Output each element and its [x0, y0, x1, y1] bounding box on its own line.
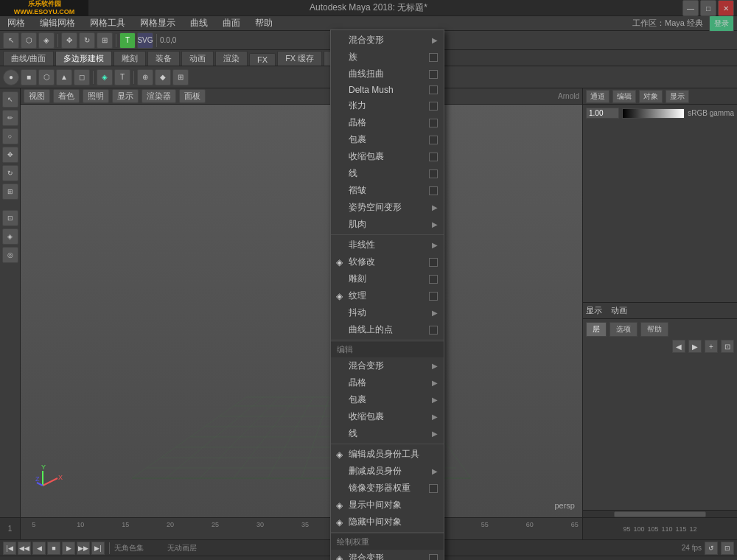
play-fwd-skip[interactable]: ▶▶ [77, 542, 90, 555]
tb-paint[interactable]: ◈ [38, 32, 55, 49]
tb2-cube[interactable]: ■ [21, 69, 37, 85]
timeline-ruler[interactable]: 5 10 15 20 25 30 35 40 45 50 55 60 65 [21, 518, 582, 539]
side-mag[interactable]: ◈ [2, 228, 18, 245]
maximize-button[interactable]: □ [700, 0, 716, 16]
ctx-texture[interactable]: ◈ 纹理 [331, 287, 444, 304]
panel-next[interactable]: ▶ [688, 340, 702, 353]
minimize-button[interactable]: — [682, 0, 699, 16]
ctx-wrinkle[interactable]: 褶皱 [331, 182, 444, 199]
side-rotate[interactable]: ↻ [2, 165, 18, 181]
panel-add[interactable]: + [705, 340, 718, 353]
tb2-sphere[interactable]: ● [3, 69, 19, 85]
viewport-canvas[interactable]: X Y Z persp [21, 105, 582, 517]
ctx-wire[interactable]: 线 [331, 165, 444, 182]
ctx-edit-wrap[interactable]: 包裹 ▶ [331, 391, 444, 408]
vp-lighting[interactable]: 照明 [83, 89, 109, 103]
scrollbar-thumb[interactable] [614, 511, 706, 517]
play-fwd[interactable]: ▶ [62, 542, 75, 555]
vp-panels[interactable]: 面板 [179, 89, 206, 103]
tb-lasso[interactable]: ⬡ [21, 32, 37, 49]
tab-render[interactable]: 渲染 [215, 51, 248, 66]
tab-animate[interactable]: 动画 [181, 51, 214, 66]
ctx-lattice-group[interactable]: 族 [331, 49, 444, 66]
viewport[interactable]: 视图 着色 照明 显示 渲染器 面板 Arnold [21, 88, 582, 517]
ctx-shrink-wrap[interactable]: 收缩包裹 [331, 148, 444, 165]
ctx-remove-membership[interactable]: 删减成员身份 ▶ [331, 463, 444, 480]
ctx-hide-intermediate[interactable]: ◈ 隐藏中间对象 [331, 514, 444, 531]
tb-rotate[interactable]: ↻ [79, 32, 95, 49]
edit-btn[interactable]: 编辑 [612, 90, 636, 103]
side-scale[interactable]: ⊞ [2, 183, 18, 200]
tb2-cyl[interactable]: ⬡ [38, 69, 55, 85]
tb-svg[interactable]: SVG [137, 32, 153, 49]
menu-edit-mesh[interactable]: 编辑网格 [35, 17, 80, 29]
tb2-cone[interactable]: ▲ [56, 69, 72, 85]
tb-move[interactable]: ✥ [61, 32, 77, 49]
play-back-skip[interactable]: ◀◀ [18, 542, 31, 555]
ctx-edit-wire[interactable]: 线 ▶ [331, 425, 444, 442]
ctx-paint-blend[interactable]: ◈ 混合变形 [331, 550, 444, 560]
vp-shade[interactable]: 着色 [53, 89, 80, 103]
ctx-jitter[interactable]: 抖动 ▶ [331, 304, 444, 321]
ctx-sculpt[interactable]: 雕刻 [331, 270, 444, 287]
ctx-edit-shrink[interactable]: 收缩包裹 ▶ [331, 408, 444, 425]
tb2-extrude[interactable]: ⊕ [137, 69, 153, 85]
menu-grid[interactable]: 网格 [3, 17, 29, 29]
tab-fx-cache[interactable]: FX 缓存 [277, 51, 322, 66]
loop-btn[interactable]: ↺ [705, 542, 718, 555]
tb2-plane[interactable]: ◻ [74, 69, 90, 85]
tb-snap-grid[interactable]: T [119, 32, 136, 49]
play-back[interactable]: ◀ [32, 542, 46, 555]
ctx-edit-blend[interactable]: 混合变形 ▶ [331, 357, 444, 374]
vp-view[interactable]: 视图 [24, 89, 50, 103]
side-snap[interactable]: ⊡ [2, 210, 18, 226]
ctx-muscle[interactable]: 肌肉 ▶ [331, 216, 444, 233]
tab-sculpt[interactable]: 雕刻 [113, 51, 146, 66]
ctx-wrap[interactable]: 包裹 [331, 131, 444, 148]
menu-mesh-tools[interactable]: 网格工具 [85, 17, 130, 29]
side-paint[interactable]: ✏ [2, 110, 18, 126]
menu-mesh-display[interactable]: 网格显示 [136, 17, 180, 29]
obj-btn[interactable]: 对象 [639, 90, 663, 103]
panel-prev[interactable]: ◀ [672, 340, 685, 353]
ctx-soft-mod[interactable]: ◈ 软修改 [331, 253, 444, 270]
tb2-subd[interactable]: ◈ [97, 69, 113, 85]
tb2-bevel[interactable]: ◆ [155, 69, 171, 85]
ctx-mirror-weights[interactable]: 镜像变形器权重 [331, 480, 444, 497]
ctx-edit-lattice[interactable]: 晶格 ▶ [331, 374, 444, 391]
anim-pref[interactable]: ⊡ [721, 542, 734, 555]
ctx-pose-space[interactable]: 姿势空间变形 ▶ [331, 199, 444, 216]
close-button[interactable]: ✕ [718, 0, 734, 16]
tab-rig[interactable]: 装备 [147, 51, 180, 66]
tab-poly-model[interactable]: 多边形建模 [55, 51, 112, 66]
scrollbar-h[interactable] [583, 510, 737, 517]
tb2-text[interactable]: T [114, 69, 130, 85]
ctx-delta-mush[interactable]: Delta Mush [331, 83, 444, 97]
login-button[interactable]: 登录 [709, 15, 734, 32]
menu-help[interactable]: 帮助 [251, 17, 277, 29]
ctx-nonlinear[interactable]: 非线性 ▶ [331, 237, 444, 253]
panel-opt[interactable]: ⊡ [721, 340, 734, 353]
help-tab[interactable]: 帮助 [640, 322, 668, 337]
tb-scale[interactable]: ⊞ [97, 32, 113, 49]
disp-btn[interactable]: 显示 [666, 90, 689, 103]
anim-label[interactable]: 动画 [611, 305, 627, 316]
ctx-wire-twist[interactable]: 曲线扭曲 [331, 66, 444, 83]
tab-fx[interactable]: FX [249, 53, 276, 66]
tb2-bridge[interactable]: ⊞ [172, 69, 189, 85]
side-soft[interactable]: ◎ [2, 247, 18, 263]
play-end[interactable]: ▶| [91, 542, 105, 555]
ctx-edit-membership[interactable]: ◈ 编辑成员身份工具 [331, 446, 444, 463]
chan-btn[interactable]: 通道 [586, 90, 609, 103]
tb-select[interactable]: ↖ [3, 32, 19, 49]
ctx-tension[interactable]: 张力 [331, 97, 444, 114]
display-label[interactable]: 显示 [586, 305, 602, 316]
play-stop[interactable]: ■ [47, 542, 60, 555]
menu-surfaces[interactable]: 曲面 [218, 17, 245, 29]
ctx-blend-shape[interactable]: 混合变形 ▶ [331, 32, 444, 49]
side-lasso[interactable]: ○ [2, 128, 18, 144]
layer-tab[interactable]: 层 [586, 322, 607, 337]
menu-curves[interactable]: 曲线 [186, 17, 212, 29]
play-start[interactable]: |◀ [3, 542, 16, 555]
vp-renderer[interactable]: 渲染器 [142, 89, 176, 103]
